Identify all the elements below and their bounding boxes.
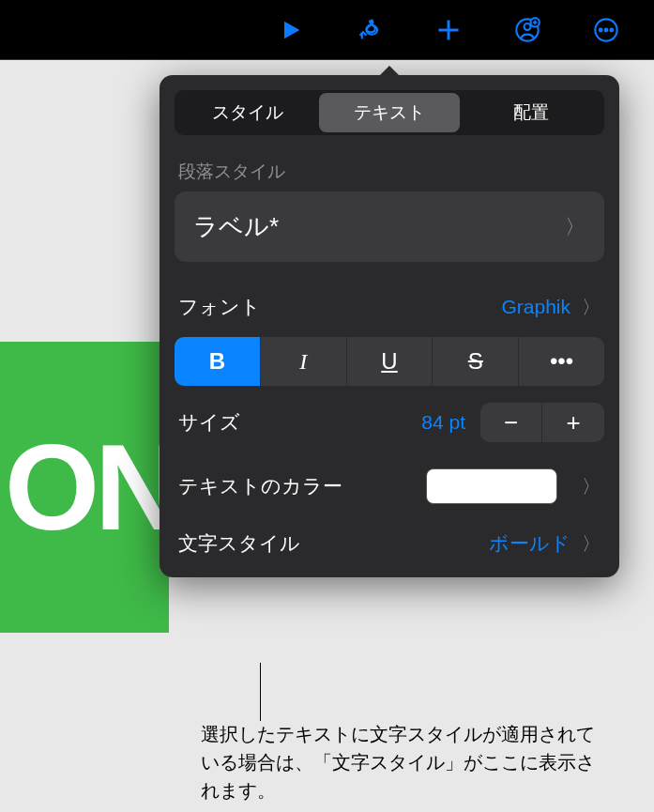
underline-button[interactable]: U bbox=[347, 337, 433, 386]
font-label: フォント bbox=[178, 294, 261, 320]
tab-bar: スタイル テキスト 配置 bbox=[175, 90, 604, 135]
svg-point-3 bbox=[525, 23, 531, 30]
strikethrough-button[interactable]: S bbox=[433, 337, 519, 386]
chevron-right-icon: 〉 bbox=[582, 531, 601, 557]
text-color-label: テキストのカラー bbox=[178, 473, 342, 499]
callout-text: 選択したテキストに文字スタイルが適用されている場合は、「文字スタイル」がここに表… bbox=[201, 720, 604, 804]
font-value: Graphik bbox=[501, 296, 570, 318]
size-stepper: − + bbox=[480, 403, 604, 442]
slide-text: ON bbox=[5, 417, 169, 558]
size-label: サイズ bbox=[178, 409, 406, 436]
chevron-right-icon: 〉 bbox=[582, 295, 601, 320]
character-style-value: ボールド bbox=[489, 530, 570, 557]
character-style-label: 文字スタイル bbox=[178, 530, 300, 557]
character-style-row[interactable]: 文字スタイル ボールド 〉 bbox=[160, 517, 619, 570]
bold-button[interactable]: B bbox=[175, 337, 261, 386]
more-button[interactable] bbox=[591, 15, 621, 45]
svg-point-10 bbox=[610, 28, 613, 31]
size-value: 84 pt bbox=[421, 411, 465, 434]
italic-button[interactable]: I bbox=[261, 337, 347, 386]
tab-style[interactable]: スタイル bbox=[177, 93, 319, 132]
tab-arrange[interactable]: 配置 bbox=[460, 93, 601, 132]
chevron-right-icon: 〉 bbox=[565, 213, 586, 241]
toolbar bbox=[0, 0, 654, 60]
paragraph-style-selector[interactable]: ラベル* 〉 bbox=[175, 192, 604, 262]
size-increase-button[interactable]: + bbox=[542, 403, 604, 442]
text-format-buttons: B I U S ••• bbox=[175, 337, 604, 386]
svg-point-8 bbox=[600, 28, 602, 31]
format-popover: スタイル テキスト 配置 段落スタイル ラベル* 〉 フォント Graphik … bbox=[160, 75, 619, 577]
slide-shape[interactable]: ON bbox=[0, 342, 169, 633]
text-color-swatch[interactable] bbox=[426, 468, 557, 504]
paragraph-style-value: ラベル* bbox=[193, 210, 279, 243]
more-format-button[interactable]: ••• bbox=[519, 337, 604, 386]
font-row[interactable]: フォント Graphik 〉 bbox=[160, 281, 619, 333]
svg-point-9 bbox=[605, 28, 608, 31]
text-color-row[interactable]: テキストのカラー 〉 bbox=[160, 455, 619, 517]
play-button[interactable] bbox=[276, 15, 306, 45]
callout-line bbox=[260, 663, 261, 721]
chevron-right-icon: 〉 bbox=[582, 474, 601, 499]
format-button[interactable] bbox=[355, 15, 385, 45]
collaborate-button[interactable] bbox=[512, 15, 542, 45]
tab-text[interactable]: テキスト bbox=[319, 93, 461, 132]
paragraph-style-section-label: 段落スタイル bbox=[160, 150, 619, 192]
size-row: サイズ 84 pt − + bbox=[160, 395, 619, 455]
add-button[interactable] bbox=[433, 15, 464, 45]
size-decrease-button[interactable]: − bbox=[480, 403, 542, 442]
